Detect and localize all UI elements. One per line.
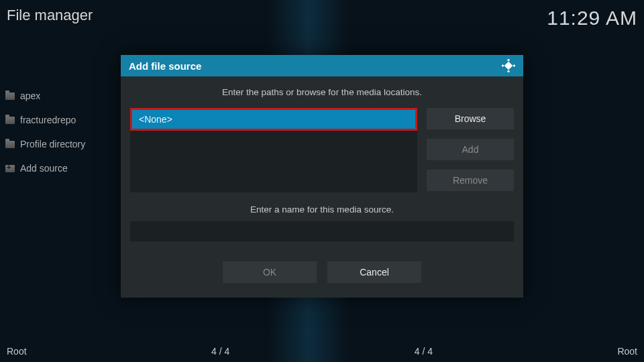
folder-icon [5,141,15,148]
dialog-title: Add file source [129,60,201,72]
footer-left-label: Root [7,346,27,357]
kodi-logo-icon [502,59,515,72]
sidebar-item-label: Profile directory [20,139,85,149]
svg-rect-2 [502,64,504,67]
sidebar: apex fracturedrepo Profile directory Add… [0,84,121,180]
sidebar-item-fracturedrepo[interactable]: fracturedrepo [0,108,121,132]
svg-rect-3 [513,64,515,67]
sidebar-item-label: Add source [20,163,68,174]
sidebar-item-apex[interactable]: apex [0,84,121,108]
svg-rect-0 [507,59,510,62]
path-input[interactable]: <None> [130,108,417,131]
sidebar-item-label: apex [20,90,40,101]
footer-left-count: 4 / 4 [211,346,229,357]
clock: 11:29 AM [547,7,637,29]
browse-button[interactable]: Browse [427,108,514,129]
ok-button[interactable]: OK [223,261,317,283]
footer: Root 4 / 4 4 / 4 Root [7,346,637,357]
source-name-input[interactable] [130,221,514,241]
sidebar-item-label: fracturedrepo [20,115,76,125]
page-title: File manager [7,7,93,24]
sidebar-item-add-source[interactable]: Add source [0,156,121,180]
cancel-button[interactable]: Cancel [327,261,421,283]
folder-icon [5,93,15,100]
footer-right-label: Root [617,346,637,357]
sidebar-item-profile-directory[interactable]: Profile directory [0,132,121,156]
add-file-source-dialog: Add file source Enter the paths or brows… [121,55,523,298]
svg-rect-4 [504,62,513,70]
dialog-titlebar: Add file source [121,55,523,76]
add-folder-icon [5,165,15,172]
svg-rect-1 [507,70,510,72]
add-button[interactable]: Add [427,139,514,160]
remove-button[interactable]: Remove [427,170,514,191]
name-instruction: Enter a name for this media source. [130,204,514,215]
paths-list-empty [130,131,417,192]
folder-icon [5,117,15,124]
footer-right-count: 4 / 4 [415,346,433,357]
paths-instruction: Enter the paths or browse for the media … [130,87,514,97]
